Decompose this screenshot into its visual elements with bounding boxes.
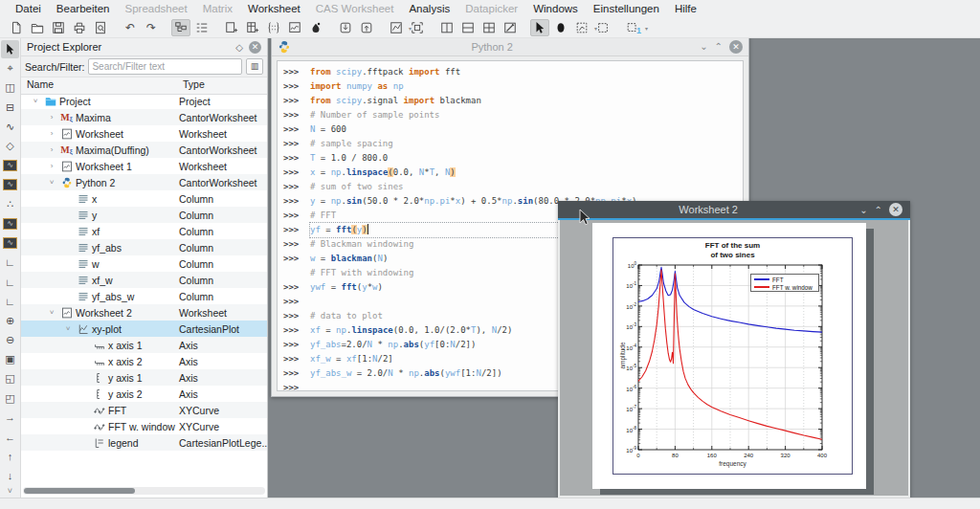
tree-row-x-axis-1[interactable]: x axis 1Axis — [21, 337, 267, 353]
expand-icon[interactable]: › — [47, 113, 56, 122]
collapse-icon[interactable]: ˅ — [63, 324, 73, 333]
tree-row-xy-plot[interactable]: ˅xy-plotCartesianPlot — [21, 321, 267, 337]
explorer-horizontal-scrollbar[interactable] — [23, 487, 265, 495]
menu-einstellungen[interactable]: Einstellungen — [586, 2, 667, 15]
tree-row-yf-abs-w[interactable]: yf_abs_wColumn — [21, 288, 267, 304]
layout-edit-icon[interactable] — [501, 19, 520, 36]
close-panel-icon[interactable]: ✕ — [249, 41, 261, 54]
print-icon[interactable] — [70, 19, 89, 36]
column-header-name[interactable]: Name — [21, 77, 59, 94]
zoom-origin-icon[interactable]: ▣ — [1, 350, 19, 368]
xy-plot[interactable]: FFT of the sum of two sines amplitude fr… — [612, 237, 853, 475]
tree-row-yf-abs[interactable]: yf_absColumn — [21, 239, 267, 255]
pointer-tool-icon[interactable] — [1, 40, 19, 58]
expand-icon[interactable]: › — [47, 129, 56, 138]
search-filter-input[interactable] — [88, 58, 242, 75]
plot-template-4-icon[interactable]: ∿ — [1, 234, 19, 253]
menu-hilfe[interactable]: Hilfe — [667, 2, 704, 15]
new-spreadsheet-icon[interactable] — [243, 19, 262, 36]
redo-icon[interactable]: ↷ — [142, 19, 161, 36]
shift-up-icon[interactable]: ↑ — [1, 448, 19, 466]
tree-row-python-2[interactable]: ˅Python 2CantorWorksheet — [21, 174, 267, 190]
close-icon[interactable]: ✕ — [729, 40, 743, 54]
worksheet-window-titlebar[interactable]: Worksheet 2 ⌄ ⌃ ✕ — [558, 201, 910, 220]
python-window-titlebar[interactable]: Python 2 ⌄ ⌃ ✕ — [272, 38, 748, 56]
project-explorer-toggle-icon[interactable] — [171, 19, 190, 36]
expand-icon[interactable]: › — [47, 162, 56, 170]
shift-left-icon[interactable]: ← — [1, 428, 19, 446]
minimize-icon[interactable]: ⌄ — [700, 41, 707, 52]
new-matrix-icon[interactable] — [264, 19, 283, 36]
add-axis-icon[interactable]: ∟ — [1, 292, 19, 310]
collapse-icon[interactable]: ˅ — [31, 97, 40, 105]
layout-vertical-icon[interactable] — [437, 19, 457, 36]
collapse-icon[interactable]: ˅ — [47, 308, 56, 317]
add-scatter-icon[interactable]: ∴ — [1, 195, 19, 213]
minimize-icon[interactable]: ⌄ — [859, 205, 867, 215]
zoom-preset-1-icon[interactable]: 1▾ — [623, 19, 642, 36]
tree-row-y-axis-1[interactable]: y axis 1Axis — [21, 369, 267, 386]
zoom-in-icon[interactable]: ⊕ — [1, 312, 19, 330]
worksheet-view[interactable]: FFT of the sum of two sines amplitude fr… — [560, 222, 908, 496]
add-y-axis-icon[interactable]: ∟ — [1, 254, 19, 272]
fit-selection-icon[interactable] — [408, 19, 427, 36]
menu-datei[interactable]: Datei — [8, 2, 49, 15]
tree-row-xf[interactable]: xfColumn — [21, 223, 267, 239]
import-icon[interactable] — [336, 19, 355, 36]
zoom-hand-icon[interactable] — [551, 19, 570, 36]
menu-windows[interactable]: Windows — [525, 2, 586, 15]
new-worksheet-icon[interactable] — [285, 19, 304, 36]
close-icon[interactable]: ✕ — [889, 203, 902, 216]
export-icon[interactable] — [357, 19, 376, 36]
tree-row-worksheet-2[interactable]: ˅Worksheet 2Worksheet — [21, 304, 267, 321]
expand-icon[interactable]: › — [47, 145, 56, 154]
new-plot-icon[interactable]: ▾ — [387, 19, 406, 36]
print-preview-icon[interactable] — [91, 19, 110, 36]
zoom-out-icon[interactable]: ⊖ — [1, 331, 19, 349]
maximize-icon[interactable]: ⌃ — [875, 205, 882, 215]
tree-row-x[interactable]: xColumn — [21, 190, 267, 207]
add-shape-icon[interactable]: ◇ — [1, 137, 19, 155]
maximize-icon[interactable]: ⌃ — [715, 41, 723, 52]
new-cantor-worksheet-icon[interactable] — [222, 19, 241, 36]
zoom-select-tool-icon[interactable]: ⌖ — [1, 59, 19, 77]
tree-row-project[interactable]: ˅ProjectProject — [21, 93, 267, 109]
new-note-icon[interactable] — [306, 19, 325, 36]
undo-icon[interactable]: ↶ — [121, 19, 140, 36]
select-y-region-icon[interactable]: ⊟ — [1, 99, 19, 117]
tree-row-legend[interactable]: legendCartesianPlotLege... — [21, 434, 267, 451]
column-header-type[interactable]: Type — [177, 77, 211, 91]
tree-row-worksheet-1[interactable]: ›Worksheet 1Worksheet — [21, 158, 267, 174]
tree-row-x-axis-2[interactable]: x axis 2Axis — [21, 353, 267, 369]
shift-down-icon[interactable]: ↓ — [1, 467, 19, 485]
new-file-icon[interactable] — [7, 19, 26, 36]
menu-analysis[interactable]: Analysis — [401, 2, 457, 15]
scrollbar-thumb[interactable] — [24, 488, 135, 494]
zoom-select-icon[interactable]: ▾ — [572, 19, 591, 36]
float-panel-icon[interactable]: ◇ — [235, 42, 243, 53]
plot-template-1-icon[interactable]: ∿ — [1, 157, 19, 175]
layout-horizontal-icon[interactable] — [458, 19, 478, 36]
tree-row-maxima[interactable]: ›MξMaximaCantorWorksheet — [21, 109, 267, 125]
plot-template-3-icon[interactable]: ∿ — [1, 214, 19, 232]
zoom-fit-page-icon[interactable]: ◱ — [1, 370, 19, 388]
tree-row-maxima-duffing-[interactable]: ›MξMaxima(Duffing)CantorWorksheet — [21, 142, 267, 158]
dropdown-arrow-icon[interactable]: ▾ — [645, 25, 648, 32]
columns-config-icon[interactable]: ▥ — [246, 58, 263, 75]
tree-row-fft[interactable]: FFTXYCurve — [21, 402, 267, 418]
select-cursor-icon[interactable] — [530, 19, 549, 36]
tree-row-y[interactable]: yColumn — [21, 207, 267, 223]
tree-row-fft-w-window[interactable]: FFT w. windowXYCurve — [21, 418, 267, 434]
tree-row-worksheet[interactable]: ›WorksheetWorksheet — [21, 125, 267, 142]
menu-bearbeiten[interactable]: Bearbeiten — [49, 2, 118, 15]
select-x-region-icon[interactable]: ◫ — [1, 79, 19, 98]
plot-legend[interactable]: FFTFFT w. window — [750, 274, 819, 292]
plot-template-2-icon[interactable]: ∿ — [1, 176, 19, 194]
tree-row-w[interactable]: wColumn — [21, 255, 267, 272]
tree-row-xf-w[interactable]: xf_wColumn — [21, 272, 267, 288]
layout-grid-icon[interactable] — [479, 19, 499, 36]
zoom-fit-icon[interactable] — [593, 19, 612, 36]
properties-explorer-toggle-icon[interactable] — [192, 19, 212, 36]
add-xy-curve-icon[interactable]: ∿ — [1, 118, 19, 136]
tree-row-y-axis-2[interactable]: y axis 2Axis — [21, 386, 267, 402]
